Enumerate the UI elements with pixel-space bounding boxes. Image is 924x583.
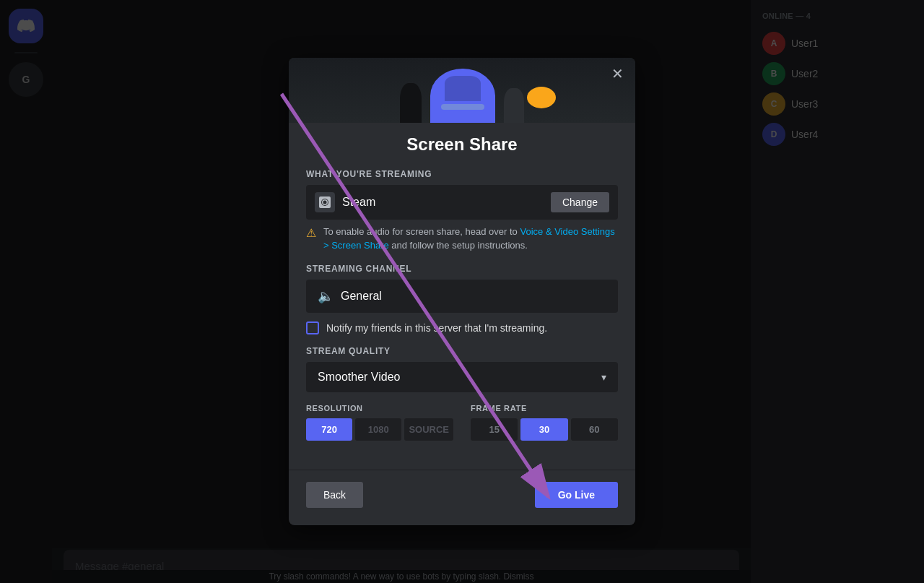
resolution-label: RESOLUTION [306,404,453,413]
modal-footer: Back Go Live [289,470,635,525]
quality-dropdown-value: Smoother Video [318,371,400,384]
discord-bot-char [430,69,495,123]
change-source-button[interactable]: Change [551,192,609,212]
chevron-down-icon: ▾ [601,371,606,383]
speaker-icon: 🔈 [318,288,334,304]
audio-info-text: To enable audio for screen share, head o… [323,225,618,251]
channel-section-label: STREAMING CHANNEL [306,264,618,274]
modal-title: Screen Share [289,123,635,157]
audio-info-box: ⚠ To enable audio for screen share, head… [306,225,618,251]
framerate-buttons: 15 30 60 [471,418,618,441]
go-live-button[interactable]: Go Live [535,482,618,508]
steam-icon [315,192,335,212]
resolution-buttons: 720 1080 SOURCE [306,418,453,441]
resolution-720-button[interactable]: 720 [306,418,352,441]
framerate-label: FRAME RATE [471,404,618,413]
framerate-15-button[interactable]: 15 [471,418,518,441]
framerate-60-button[interactable]: 60 [571,418,618,441]
illustration [354,58,570,123]
resolution-group: RESOLUTION 720 1080 SOURCE [306,404,453,441]
resolution-1080-button[interactable]: 1080 [355,418,401,441]
framerate-group: FRAME RATE 15 30 60 [471,404,618,441]
source-name: Steam [342,196,375,209]
modal-backdrop: ✕ Screen Share WHAT YOU'RE STREAMING Ste… [0,0,924,583]
framerate-30-button[interactable]: 30 [520,418,567,441]
modal-header-image [289,58,635,123]
party-element [527,87,556,108]
quality-dropdown[interactable]: Smoother Video ▾ [306,362,618,392]
modal-close-button[interactable]: ✕ [611,66,624,81]
back-button[interactable]: Back [306,482,363,508]
streaming-section-label: WHAT YOU'RE STREAMING [306,169,618,179]
screen-share-modal: ✕ Screen Share WHAT YOU'RE STREAMING Ste… [289,58,635,524]
streaming-source-row: Steam Change [306,185,618,220]
channel-name: General [341,290,382,303]
quality-settings: RESOLUTION 720 1080 SOURCE FRAME RATE 15… [306,404,618,441]
warning-icon: ⚠ [306,226,316,240]
modal-body: WHAT YOU'RE STREAMING Steam Change [289,169,635,457]
char-right [504,88,524,123]
notify-label: Notify my friends in this server that I'… [326,322,547,334]
quality-section-label: STREAM QUALITY [306,346,618,356]
char-left [400,83,422,123]
resolution-source-button[interactable]: SOURCE [404,418,453,441]
notify-row: Notify my friends in this server that I'… [306,321,618,334]
streaming-channel-row: 🔈 General [306,280,618,313]
source-left: Steam [315,192,375,212]
notify-checkbox[interactable] [306,321,319,334]
